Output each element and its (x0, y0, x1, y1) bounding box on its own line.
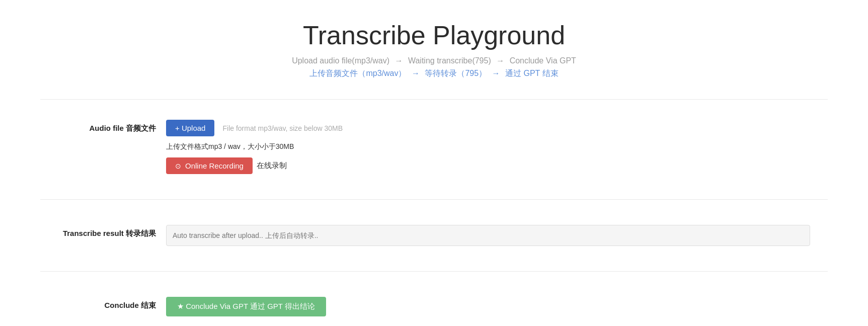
conclude-content: ★ Conclude Via GPT 通过 GPT 得出结论 (166, 297, 326, 316)
upload-hint-en: File format mp3/wav, size below 30MB (222, 124, 343, 132)
arrow-2: → (496, 56, 504, 65)
subtitle-en-part3: Conclude Via GPT (510, 56, 576, 65)
subtitle-zh-part2: 等待转录（795） (425, 69, 487, 77)
recording-label-zh: 在线录制 (257, 161, 287, 171)
recording-button-label: Online Recording (185, 161, 244, 170)
arrow-1: → (394, 56, 403, 65)
divider-middle (40, 199, 828, 200)
subtitle-en-part2: Waiting transcribe(795) (408, 56, 491, 65)
recording-row: ⊙ Online Recording 在线录制 (166, 157, 343, 174)
conclude-label: Conclude 结束 (40, 297, 156, 310)
transcribe-input[interactable] (166, 225, 810, 246)
transcribe-row: Transcribe result 转录结果 (40, 225, 828, 246)
arrow-zh-1: → (412, 69, 420, 77)
page-title: Transcribe Playground (40, 20, 828, 50)
transcribe-content (166, 225, 810, 246)
upload-button[interactable]: + Upload (166, 120, 214, 136)
page-header: Transcribe Playground Upload audio file(… (40, 20, 828, 79)
audio-content: + Upload File format mp3/wav, size below… (166, 120, 343, 174)
transcribe-label: Transcribe result 转录结果 (40, 225, 156, 238)
conclude-button[interactable]: ★ Conclude Via GPT 通过 GPT 得出结论 (166, 297, 326, 316)
form-section: Audio file 音频文件 + Upload File format mp3… (40, 110, 828, 326)
online-recording-button[interactable]: ⊙ Online Recording (166, 157, 253, 174)
audio-file-row: Audio file 音频文件 + Upload File format mp3… (40, 120, 828, 174)
divider-top (40, 99, 828, 100)
subtitle-en: Upload audio file(mp3/wav) → Waiting tra… (40, 56, 828, 65)
subtitle-en-part1: Upload audio file(mp3/wav) (292, 56, 389, 65)
arrow-zh-2: → (492, 69, 500, 77)
upload-row: + Upload File format mp3/wav, size below… (166, 120, 343, 136)
divider-bottom (40, 271, 828, 272)
record-icon: ⊙ (175, 162, 181, 170)
upload-hint-zh: 上传文件格式mp3 / wav，大小小于30MB (166, 142, 343, 151)
subtitle-zh: 上传音频文件（mp3/wav） → 等待转录（795） → 通过 GPT 结束 (40, 68, 828, 79)
subtitle-zh-part1: 上传音频文件（mp3/wav） (309, 69, 406, 77)
conclude-row: Conclude 结束 ★ Conclude Via GPT 通过 GPT 得出… (40, 297, 828, 316)
subtitle-zh-part3: 通过 GPT 结束 (505, 69, 559, 77)
audio-label: Audio file 音频文件 (40, 120, 156, 133)
